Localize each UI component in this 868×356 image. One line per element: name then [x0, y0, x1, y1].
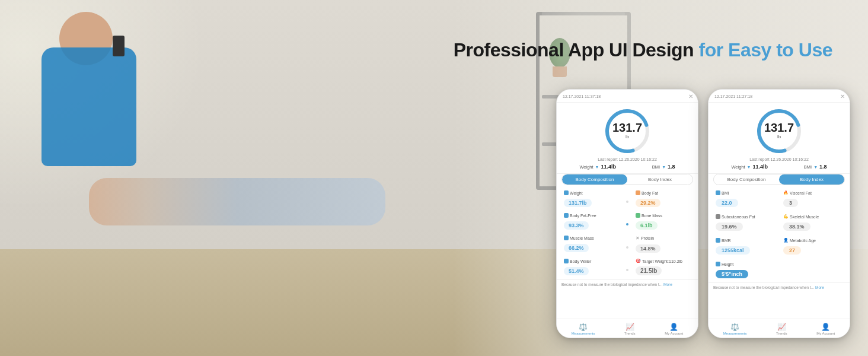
stats-row-left: Weight ▼ 11.4lb BMI ▼ 1.8	[557, 164, 698, 174]
woman-figure	[89, 166, 415, 297]
page-title: Professional App UI Design for Easy to U…	[454, 39, 832, 61]
tab-body-composition-left[interactable]: Body Composition	[562, 174, 627, 185]
nav-account-right[interactable]: 👤 My Account	[816, 323, 835, 335]
nav-trends-left[interactable]: 📈 Trends	[624, 323, 635, 335]
close-icon-left[interactable]: ✕	[688, 93, 693, 100]
weight-stat-left: Weight ▼ 11.4lb	[579, 164, 616, 170]
metric-subcutaneous-fat: Subcutaneous Fat 19.6%	[713, 212, 777, 233]
title-plain: Professional App UI Design	[454, 39, 699, 61]
close-icon-right[interactable]: ✕	[840, 93, 845, 100]
tab-bar-right: Body Composition Body Index	[713, 174, 845, 185]
metric-target-weight: 🎯 Target Weight:110.2lb 21.5lb	[633, 257, 693, 277]
weight-value-right: 131.7 lb	[764, 122, 794, 139]
phones-container: 12.17.2021 11:37:18 ✕ 131.7 lb Last repo…	[556, 89, 850, 344]
weight-value-left: 131.7 lb	[612, 122, 642, 139]
bottom-nav-left: ⚖️ Measurements 📈 Trends 👤 My Account	[557, 319, 698, 338]
weight-gauge-right: 131.7 lb	[755, 107, 803, 155]
bmi-stat-right: BMI ▼ 1.8	[804, 164, 827, 170]
metric-bmr: BMR 1255kcal	[713, 236, 777, 256]
metric-body-water: Body Water 51.4%	[561, 257, 621, 277]
more-link-left[interactable]: More	[663, 282, 672, 287]
phone-right-timestamp: 12.17.2021 11:27:18	[714, 94, 844, 98]
trends-icon-right: 📈	[777, 323, 786, 331]
metric-body-fat: Body Fat 29.2%	[633, 189, 693, 209]
metric-weight: Weight 131.7lb	[561, 189, 621, 209]
body-water-icon	[564, 259, 569, 263]
body-index-grid: BMI 22.0 🔥 Visceral Fat 3 Subcutaneous F…	[709, 189, 850, 280]
metric-muscle-mass: Muscle Mass 66.2%	[561, 234, 621, 255]
trends-icon-left: 📈	[626, 323, 634, 331]
stats-row-right: Weight ▼ 11.4lb BMI ▼ 1.8	[709, 164, 850, 174]
more-link-right[interactable]: More	[815, 285, 824, 290]
phone-left-timestamp: 12.17.2021 11:37:18	[563, 94, 692, 98]
nav-account-left[interactable]: 👤 My Account	[665, 323, 683, 335]
phone-right: 12.17.2021 11:27:18 ✕ 131.7 lb Last repo…	[708, 89, 850, 338]
weight-circle-right: 131.7 lb	[709, 103, 850, 157]
weight-icon	[564, 190, 569, 195]
body-fat-icon	[636, 190, 640, 195]
last-report-left: Last report 12.26.2020 10:16:22	[557, 157, 698, 161]
metric-visceral-fat: 🔥 Visceral Fat 3	[781, 189, 845, 209]
metric-bone-mass: Bone Mass 6.1lb	[633, 211, 693, 231]
nav-measurements-right[interactable]: ⚖️ Measurements	[723, 323, 747, 335]
title-area: Professional App UI Design for Easy to U…	[454, 39, 832, 61]
body-fat-free-icon	[564, 213, 569, 218]
account-icon-right: 👤	[821, 323, 830, 331]
metric-body-fat-free: Body Fat-Free 93.3%	[561, 211, 621, 231]
bone-mass-icon	[636, 213, 640, 218]
bmr-icon	[716, 238, 720, 243]
muscle-mass-icon	[564, 236, 569, 240]
nav-trends-right[interactable]: 📈 Trends	[776, 323, 787, 335]
title-highlight: for Easy to Use	[699, 39, 832, 61]
bmi-stat-left: BMI ▼ 1.8	[652, 164, 675, 170]
measurements-icon-right: ⚖️	[730, 323, 739, 331]
nav-measurements-left[interactable]: ⚖️ Measurements	[572, 323, 595, 335]
tab-body-index-left[interactable]: Body Index	[627, 174, 693, 185]
weight-stat-right: Weight ▼ 11.4lb	[731, 164, 768, 170]
account-icon-left: 👤	[669, 323, 678, 331]
weight-circle-left: 131.7 lb	[557, 103, 698, 157]
bmi-icon	[716, 190, 720, 195]
height-icon	[716, 262, 720, 266]
metric-bmi: BMI 22.0	[713, 189, 777, 209]
tab-bar-left: Body Composition Body Index	[561, 174, 693, 185]
weight-gauge-left: 131.7 lb	[604, 107, 651, 155]
phone-right-header: 12.17.2021 11:27:18 ✕	[709, 90, 850, 103]
bottom-note-left: Because not to measure the biological im…	[557, 279, 698, 289]
body-composition-grid: Weight 131.7lb Body Fat 29.2% Body Fat-F	[557, 189, 698, 277]
bottom-nav-right: ⚖️ Measurements 📈 Trends 👤 My Account	[709, 319, 850, 338]
metric-height: Height 5'5"inch	[713, 260, 845, 280]
tab-body-index-right[interactable]: Body Index	[779, 174, 844, 185]
phone-left-header: 12.17.2021 11:37:18 ✕	[557, 90, 698, 103]
bottom-note-right: Because not to measure the biological im…	[709, 282, 850, 292]
metric-skeletal-muscle: 💪 Skeletal Muscle 38.1%	[781, 212, 845, 233]
tab-body-composition-right[interactable]: Body Composition	[714, 174, 779, 185]
metric-metabolic-age: 👤 Metabolic Age 27	[781, 236, 845, 256]
subcut-fat-icon	[716, 214, 720, 219]
measurements-icon-left: ⚖️	[579, 323, 588, 331]
last-report-right: Last report 12.26.2020 10:16:22	[709, 157, 850, 161]
phone-left: 12.17.2021 11:37:18 ✕ 131.7 lb Last repo…	[556, 89, 698, 338]
metric-protein: ✕ Protein 14.8%	[633, 234, 693, 255]
